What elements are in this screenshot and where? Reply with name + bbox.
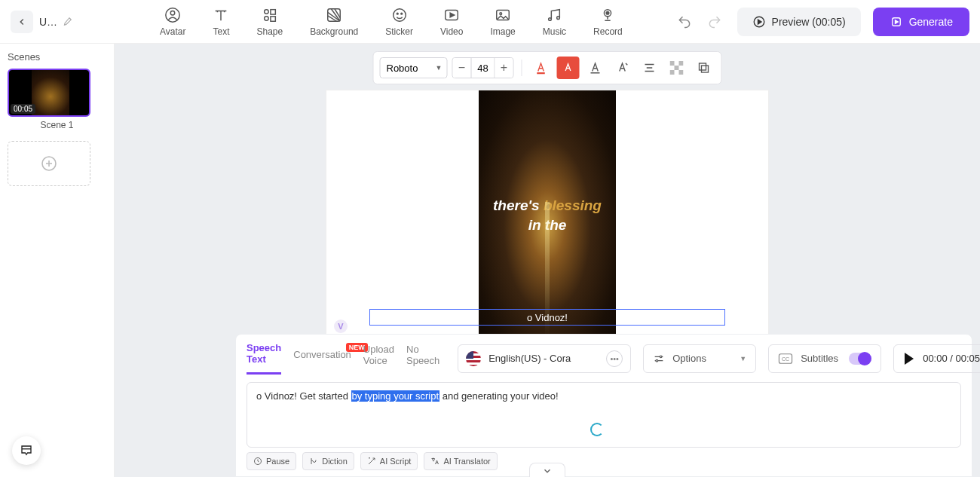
script-textarea[interactable]: o Vidnoz! Get started by typing your scr… (247, 382, 961, 448)
tool-label: Image (490, 26, 515, 37)
tool-image[interactable]: Image (490, 7, 515, 37)
overlay-text-pre: there's (493, 197, 544, 213)
tool-label: Video (440, 26, 463, 37)
svg-rect-27 (679, 61, 684, 66)
subtitles-toggle-group: CC Subtitles (768, 344, 881, 373)
undo-icon[interactable] (677, 14, 692, 29)
svg-rect-29 (670, 70, 675, 75)
text-toolbar: Roboto ▼ − 48 + (373, 51, 722, 84)
loading-spinner-icon (590, 423, 604, 436)
layer-button[interactable] (693, 57, 715, 79)
font-select[interactable]: Roboto ▼ (380, 57, 448, 78)
script-highlight: by typing your script (351, 390, 440, 402)
overlay-text: there's blessing in the (479, 196, 616, 234)
clock-icon (253, 457, 262, 466)
bottom-panel: Speech Text Conversation NEW Upload Voic… (235, 334, 972, 477)
tool-avatar[interactable]: Avatar (160, 7, 185, 37)
caption-box[interactable]: o Vidnoz! (369, 309, 725, 326)
options-label: Options (672, 353, 706, 364)
translate-icon (430, 457, 439, 466)
top-bar: U… Avatar Text Shape Background Sticker … (0, 0, 980, 44)
preview-button[interactable]: Preview (00:05) (737, 8, 861, 36)
text-style1-button[interactable] (584, 57, 607, 79)
tool-label: Avatar (160, 26, 185, 37)
tool-text[interactable]: Text (213, 7, 229, 37)
add-scene-button[interactable] (8, 141, 90, 186)
collapse-handle[interactable] (529, 463, 565, 477)
tool-video[interactable]: Video (440, 7, 463, 37)
options-dropdown[interactable]: Options ▼ (643, 344, 756, 373)
tab-upload-voice[interactable]: Upload Voice (363, 344, 394, 374)
chip-diction[interactable]: Diction (302, 452, 354, 470)
text-outline-icon (589, 61, 602, 75)
scene-duration: 00:05 (11, 104, 35, 114)
tab-no-speech[interactable]: No Speech (406, 344, 439, 374)
tool-strip: Avatar Text Shape Background Sticker Vid… (160, 7, 623, 37)
text-style2-button[interactable] (611, 57, 634, 79)
tabs-row: Speech Text Conversation NEW Upload Voic… (236, 335, 972, 375)
tool-label: Shape (256, 26, 283, 37)
tool-shape[interactable]: Shape (256, 7, 283, 37)
generate-button[interactable]: Generate (873, 8, 969, 36)
scene-thumbnail[interactable]: 00:05 (8, 69, 90, 117)
sliders-icon (653, 353, 665, 365)
overlay-text-em: blessing (544, 197, 602, 213)
inbox-fab[interactable] (12, 436, 41, 465)
image-icon (495, 7, 511, 23)
svg-point-17 (607, 11, 610, 14)
svg-point-14 (549, 17, 552, 20)
voice-selector[interactable]: English(US) - Cora ••• (458, 344, 631, 373)
decrease-size-button[interactable]: − (453, 58, 471, 78)
caption-text: o Vidnoz! (522, 312, 572, 323)
play-button[interactable] (905, 353, 914, 365)
playtime: 00:00 / 00:05 (923, 353, 980, 364)
pencil-icon[interactable] (62, 17, 72, 27)
subtitles-label: Subtitles (801, 353, 838, 364)
tab-speech-text[interactable]: Speech Text (247, 342, 281, 375)
text-color-icon (534, 61, 548, 75)
video-icon (443, 7, 460, 23)
back-button[interactable] (11, 11, 33, 33)
overlay-text-post: in the (528, 217, 567, 233)
chip-pause[interactable]: Pause (247, 452, 296, 470)
checker-icon (670, 61, 684, 75)
canvas[interactable]: there's blessing in the V o Vidnoz! (326, 90, 768, 338)
redo-icon[interactable] (707, 14, 722, 29)
plus-circle-icon (40, 154, 58, 173)
generate-label: Generate (909, 16, 953, 28)
tab-conversation[interactable]: Conversation NEW (293, 349, 351, 368)
chevron-left-icon (17, 17, 27, 27)
tool-background[interactable]: Background (310, 7, 358, 37)
align-center-icon (643, 61, 657, 75)
svg-marker-21 (895, 20, 898, 23)
chip-row: Pause Diction AI Script AI Translator (236, 448, 972, 476)
svg-point-9 (400, 13, 402, 14)
svg-rect-23 (537, 72, 545, 74)
highlight-color-button[interactable] (557, 57, 580, 79)
chip-ai-script[interactable]: AI Script (360, 452, 418, 470)
svg-text:CC: CC (782, 356, 789, 362)
project-title: U… (39, 16, 57, 28)
svg-point-8 (397, 13, 398, 14)
more-icon[interactable]: ••• (606, 350, 623, 367)
svg-rect-30 (679, 70, 684, 75)
svg-point-4 (264, 16, 268, 20)
align-button[interactable] (639, 57, 661, 79)
scene-thumbnail-image (32, 70, 69, 117)
script-pre: o Vidnoz! Get started (256, 390, 351, 402)
wand-icon (367, 457, 376, 466)
tool-sticker[interactable]: Sticker (385, 7, 413, 37)
svg-rect-24 (591, 72, 600, 74)
play-control: 00:00 / 00:05 (893, 344, 980, 373)
increase-size-button[interactable]: + (495, 58, 513, 78)
text-color-button[interactable] (530, 57, 553, 79)
subtitles-toggle[interactable] (849, 353, 871, 365)
tool-record[interactable]: Record (593, 7, 623, 37)
transparency-button[interactable] (666, 57, 688, 79)
diction-icon (309, 457, 318, 466)
tool-music[interactable]: Music (543, 7, 566, 37)
tool-label: Music (543, 26, 566, 37)
chip-ai-translator[interactable]: AI Translator (424, 452, 497, 470)
svg-point-2 (264, 9, 268, 14)
shape-icon (262, 7, 278, 23)
